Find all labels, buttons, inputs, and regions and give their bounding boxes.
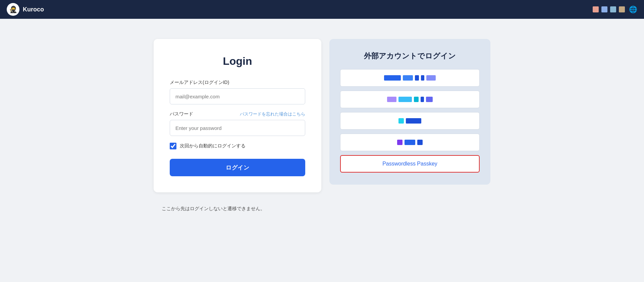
logo-container: 🥷 Kuroco xyxy=(7,3,44,16)
logo-icon: 🥷 xyxy=(7,3,19,16)
password-label: パスワード xyxy=(170,111,193,117)
oauth-icon-2e xyxy=(426,97,433,102)
remember-checkbox[interactable] xyxy=(170,143,176,149)
email-input[interactable] xyxy=(170,88,305,104)
oauth-icon-4c xyxy=(417,140,423,145)
login-card: Login メールアドレス(ログインID) パスワード パスワードを忘れた場合は… xyxy=(154,39,321,192)
external-buttons-list: Passwordless Passkey xyxy=(340,69,480,173)
logo-text: Kuroco xyxy=(23,6,44,13)
oauth-icon-1c xyxy=(415,75,419,81)
login-title: Login xyxy=(170,55,305,67)
email-group: メールアドレス(ログインID) xyxy=(170,80,305,104)
forgot-password-link[interactable]: パスワードを忘れた場合はこちら xyxy=(240,111,305,117)
external-login-btn-2[interactable] xyxy=(340,91,480,108)
external-login-btn-3[interactable] xyxy=(340,112,480,130)
external-login-card: 外部アカウントでログイン xyxy=(329,39,490,185)
password-group: パスワード パスワードを忘れた場合はこちら xyxy=(170,111,305,136)
oauth-icon-1a xyxy=(384,75,401,81)
footer-note: ここから先はログインしないと遷移できません。 xyxy=(160,206,484,212)
swatch-3 xyxy=(610,6,616,12)
remember-label: 次回から自動的にログインする xyxy=(180,143,246,149)
swatch-4 xyxy=(619,6,625,12)
app-header: 🥷 Kuroco 🌐 xyxy=(0,0,644,19)
password-input[interactable] xyxy=(170,120,305,136)
external-login-title: 外部アカウントでログイン xyxy=(340,51,480,61)
oauth-icon-4b xyxy=(405,140,415,145)
main-content: Login メールアドレス(ログインID) パスワード パスワードを忘れた場合は… xyxy=(0,19,644,206)
oauth-icon-2a xyxy=(387,97,396,102)
oauth-icon-2d xyxy=(421,97,424,102)
oauth-icon-4a xyxy=(397,140,402,145)
swatch-1 xyxy=(593,6,599,12)
oauth-icon-2c xyxy=(414,97,419,102)
globe-icon[interactable]: 🌐 xyxy=(629,5,637,13)
passkey-button[interactable]: Passwordless Passkey xyxy=(340,155,480,173)
login-button[interactable]: ログイン xyxy=(170,159,305,176)
oauth-icon-1e xyxy=(426,75,436,81)
oauth-icon-3b xyxy=(406,118,421,124)
footer-container: ここから先はログインしないと遷移できません。 xyxy=(154,206,490,212)
oauth-icon-1d xyxy=(421,75,424,81)
header-right: 🌐 xyxy=(593,5,637,13)
external-login-btn-4[interactable] xyxy=(340,134,480,151)
passkey-label: Passwordless Passkey xyxy=(382,161,437,167)
remember-me-row: 次回から自動的にログインする xyxy=(170,143,305,149)
external-login-btn-1[interactable] xyxy=(340,69,480,87)
oauth-icon-2b xyxy=(398,97,412,102)
oauth-icon-1b xyxy=(403,75,413,81)
swatch-2 xyxy=(601,6,607,12)
oauth-icon-3a xyxy=(398,118,404,124)
email-label: メールアドレス(ログインID) xyxy=(170,80,305,86)
